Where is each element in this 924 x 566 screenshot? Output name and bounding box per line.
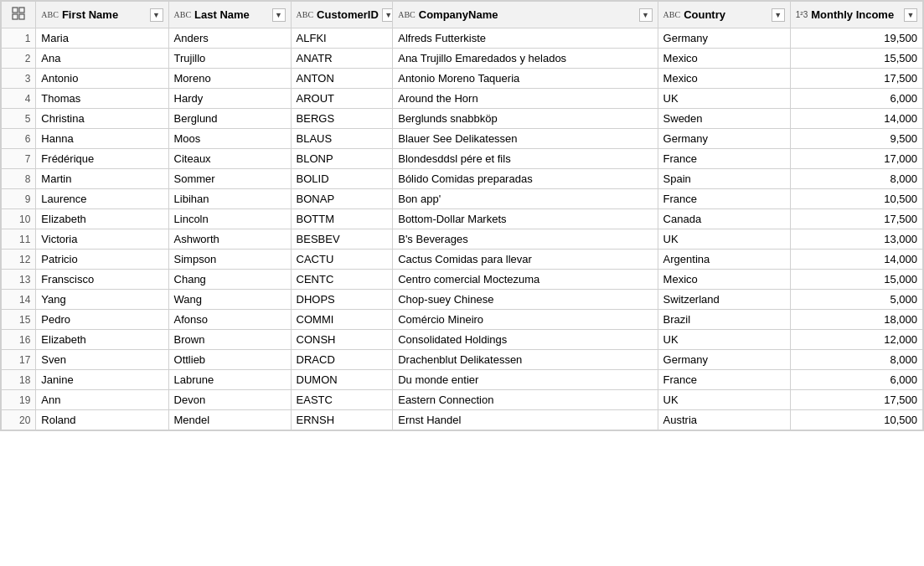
cell-monthly-income: 17,500 [790,390,922,410]
cell-customer-id: EASTC [291,390,393,410]
cell-country: Austria [658,410,790,430]
header-company-name-label: CompanyName [419,8,498,21]
cell-company-name: Bólido Comidas preparadas [393,169,658,189]
cell-monthly-income: 10,500 [790,189,922,209]
cell-customer-id: CONSH [291,330,393,350]
svg-rect-0 [13,8,18,13]
cell-first-name: Pedro [36,310,168,330]
header-last-name-label: Last Name [194,8,250,21]
cell-company-name: Drachenblut Delikatessen [393,350,658,370]
cell-first-name: Hanna [36,129,168,149]
table-row: 13FransciscoChangCENTCCentro comercial M… [2,270,923,290]
cell-last-name: Hardy [168,89,291,109]
cell-last-name: Anders [168,28,291,49]
row-number: 20 [2,410,36,430]
header-customer-id[interactable]: ABC CustomerID ▼ [291,2,393,28]
cell-last-name: Labrune [168,370,291,390]
cell-monthly-income: 19,500 [790,28,922,49]
123-icon-monthlyincome: 1²3 [796,10,808,19]
cell-company-name: Blauer See Delikatessen [393,129,658,149]
cell-last-name: Ottlieb [168,350,291,370]
header-company-name[interactable]: ABC CompanyName ▼ [393,2,658,28]
cell-last-name: Berglund [168,109,291,129]
header-country-label: Country [684,8,725,21]
cell-last-name: Trujillo [168,49,291,69]
cell-company-name: Chop-suey Chinese [393,290,658,310]
cell-customer-id: BONAP [291,189,393,209]
cell-customer-id: DRACD [291,350,393,370]
cell-country: Spain [658,169,790,189]
table-row: 5ChristinaBerglundBERGSBerglunds snabbkö… [2,109,923,129]
cell-monthly-income: 15,000 [790,270,922,290]
first-name-dropdown[interactable]: ▼ [150,8,163,22]
cell-customer-id: BESBEV [291,229,393,250]
cell-company-name: Centro comercial Moctezuma [393,270,658,290]
cell-first-name: Maria [36,28,168,49]
cell-country: Sweden [658,109,790,129]
cell-country: Canada [658,209,790,229]
table-row: 12PatricioSimpsonCACTUCactus Comidas par… [2,250,923,270]
cell-company-name: Eastern Connection [393,390,658,410]
monthly-income-dropdown[interactable]: ▼ [904,8,917,22]
last-name-dropdown[interactable]: ▼ [272,8,286,22]
svg-rect-3 [19,14,24,19]
cell-last-name: Simpson [168,250,291,270]
cell-country: France [658,149,790,169]
cell-first-name: Patricio [36,250,168,270]
cell-company-name: Around the Horn [393,89,658,109]
cell-country: France [658,189,790,209]
cell-first-name: Elizabeth [36,330,168,350]
cell-monthly-income: 6,000 [790,89,922,109]
header-monthly-income[interactable]: 1²3 Monthly Income ▼ [790,2,922,28]
row-number: 10 [2,209,36,229]
table-row: 10ElizabethLincolnBOTTMBottom-Dollar Mar… [2,209,923,229]
cell-customer-id: COMMI [291,310,393,330]
row-number: 14 [2,290,36,310]
header-last-name[interactable]: ABC Last Name ▼ [168,2,291,28]
country-dropdown[interactable]: ▼ [772,8,785,22]
header-monthly-income-label: Monthly Income [811,8,894,21]
cell-customer-id: AROUT [291,89,393,109]
cell-customer-id: BOLID [291,169,393,189]
cell-monthly-income: 14,000 [790,250,922,270]
cell-company-name: Du monde entier [393,370,658,390]
row-number: 18 [2,370,36,390]
cell-company-name: Bon app' [393,189,658,209]
row-number: 9 [2,189,36,209]
cell-monthly-income: 8,000 [790,169,922,189]
cell-first-name: Antonio [36,69,168,89]
customer-id-dropdown[interactable]: ▼ [382,8,393,22]
cell-customer-id: BLAUS [291,129,393,149]
cell-customer-id: ANATR [291,49,393,69]
abc-icon-firstname: ABC [41,10,59,19]
cell-customer-id: CACTU [291,250,393,270]
header-first-name[interactable]: ABC First Name ▼ [36,2,168,28]
table-row: 4ThomasHardyAROUTAround the HornUK6,000 [2,89,923,109]
cell-last-name: Ashworth [168,229,291,250]
cell-country: Germany [658,350,790,370]
row-number: 15 [2,310,36,330]
cell-last-name: Libihan [168,189,291,209]
cell-company-name: Alfreds Futterkiste [393,28,658,49]
cell-company-name: Berglunds snabbköp [393,109,658,129]
cell-monthly-income: 6,000 [790,370,922,390]
abc-icon-companyname: ABC [398,10,416,19]
table-row: 20RolandMendelERNSHErnst HandelAustria10… [2,410,923,430]
company-name-dropdown[interactable]: ▼ [639,8,653,22]
cell-country: Argentina [658,250,790,270]
cell-monthly-income: 5,000 [790,290,922,310]
cell-last-name: Afonso [168,310,291,330]
cell-monthly-income: 17,500 [790,209,922,229]
cell-first-name: Sven [36,350,168,370]
header-country[interactable]: ABC Country ▼ [658,2,790,28]
row-number: 7 [2,149,36,169]
cell-customer-id: BERGS [291,109,393,129]
cell-last-name: Mendel [168,410,291,430]
row-number: 13 [2,270,36,290]
cell-company-name: Antonio Moreno Taqueria [393,69,658,89]
row-number: 4 [2,89,36,109]
cell-first-name: Martin [36,169,168,189]
cell-last-name: Moos [168,129,291,149]
cell-customer-id: ANTON [291,69,393,89]
svg-rect-2 [13,14,18,19]
